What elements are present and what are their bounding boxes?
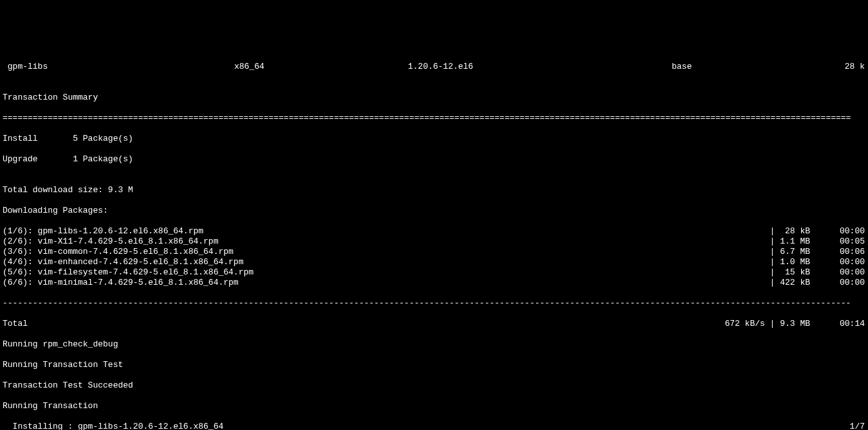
run-test-line: Running Transaction Test bbox=[3, 360, 865, 370]
download-size: | 28 kB bbox=[759, 226, 810, 237]
download-row: (1/6): gpm-libs-1.20.6-12.el6.x86_64.rpm… bbox=[3, 226, 865, 237]
transaction-step: Installing : gpm-libs-1.20.6-12.el6.x86_… bbox=[3, 422, 865, 430]
download-time: 00:06 bbox=[810, 247, 865, 257]
step-progress: 1/7 bbox=[839, 422, 865, 430]
download-row: (5/6): vim-filesystem-7.4.629-5.el6_8.1.… bbox=[3, 267, 865, 278]
pkg-repo: base bbox=[672, 62, 839, 72]
pkg-size: 28 k bbox=[839, 62, 865, 72]
download-size: | 1.0 MB bbox=[759, 257, 810, 267]
terminal-output[interactable]: gpm-libsx86_641.20.6-12.el6base28 k Tran… bbox=[0, 51, 868, 430]
transaction-summary-label: Transaction Summary bbox=[3, 93, 865, 103]
download-row: (3/6): vim-common-7.4.629-5.el6_8.1.x86_… bbox=[3, 247, 865, 257]
download-time: 00:00 bbox=[810, 278, 865, 288]
download-name: (3/6): vim-common-7.4.629-5.el6_8.1.x86_… bbox=[3, 247, 759, 257]
download-name: (6/6): vim-minimal-7.4.629-5.el6_8.1.x86… bbox=[3, 278, 759, 288]
run-trans-line: Running Transaction bbox=[3, 401, 865, 411]
total-line: Total672 kB/s | 9.3 MB00:14 bbox=[3, 319, 865, 329]
total-label: Total bbox=[3, 319, 701, 329]
total-speed: 672 kB/s | 9.3 MB bbox=[701, 319, 810, 329]
step-text: Installing : gpm-libs-1.20.6-12.el6.x86_… bbox=[3, 422, 839, 430]
download-size: | 1.1 MB bbox=[759, 237, 810, 247]
download-row: (2/6): vim-X11-7.4.629-5.el6_8.1.x86_64.… bbox=[3, 237, 865, 247]
download-time: 00:00 bbox=[810, 267, 865, 278]
download-name: (2/6): vim-X11-7.4.629-5.el6_8.1.x86_64.… bbox=[3, 237, 759, 247]
pkg-arch: x86_64 bbox=[234, 62, 408, 72]
hr-line: ========================================… bbox=[3, 113, 865, 123]
download-row: (6/6): vim-minimal-7.4.629-5.el6_8.1.x86… bbox=[3, 278, 865, 288]
download-name: (4/6): vim-enhanced-7.4.629-5.el6_8.1.x8… bbox=[3, 257, 759, 267]
total-download-size: Total download size: 9.3 M bbox=[3, 185, 865, 195]
download-time: 00:05 bbox=[810, 237, 865, 247]
rpm-check-line: Running rpm_check_debug bbox=[3, 339, 865, 350]
download-size: | 6.7 MB bbox=[759, 247, 810, 257]
pkg-version: 1.20.6-12.el6 bbox=[408, 62, 672, 72]
download-time: 00:00 bbox=[810, 257, 865, 267]
pkg-name: gpm-libs bbox=[3, 62, 234, 72]
pkg-row: gpm-libsx86_641.20.6-12.el6base28 k bbox=[3, 62, 865, 72]
download-name: (1/6): gpm-libs-1.20.6-12.el6.x86_64.rpm bbox=[3, 226, 759, 237]
download-row: (4/6): vim-enhanced-7.4.629-5.el6_8.1.x8… bbox=[3, 257, 865, 267]
download-name: (5/6): vim-filesystem-7.4.629-5.el6_8.1.… bbox=[3, 267, 759, 278]
download-time: 00:00 bbox=[810, 226, 865, 237]
downloading-label: Downloading Packages: bbox=[3, 206, 865, 216]
download-size: | 422 kB bbox=[759, 278, 810, 288]
install-count: Install 5 Package(s) bbox=[3, 134, 865, 144]
total-time: 00:14 bbox=[810, 319, 865, 329]
test-ok-line: Transaction Test Succeeded bbox=[3, 381, 865, 391]
hr-dash-line: ----------------------------------------… bbox=[3, 298, 865, 309]
download-size: | 15 kB bbox=[759, 267, 810, 278]
upgrade-count: Upgrade 1 Package(s) bbox=[3, 154, 865, 165]
